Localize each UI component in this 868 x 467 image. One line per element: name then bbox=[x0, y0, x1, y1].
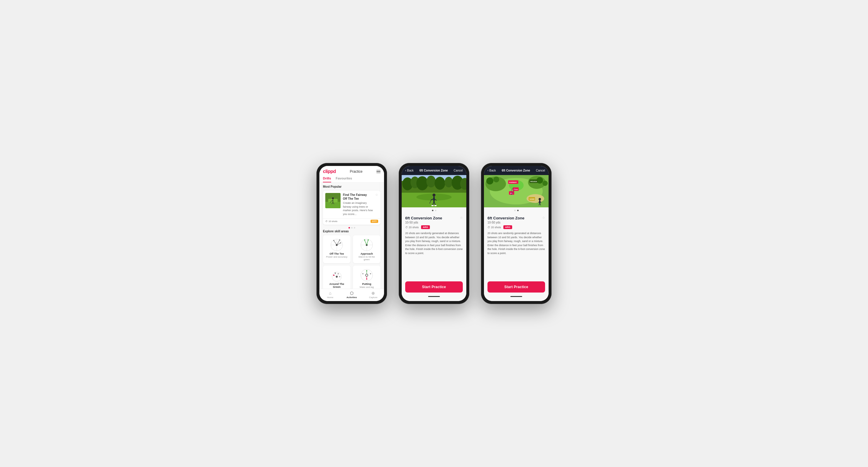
nav-capture[interactable]: ⊕ Capture bbox=[363, 291, 384, 299]
activities-icon: ⬡ bbox=[350, 291, 353, 296]
phone-2-screen: ‹ Back 6ft Conversion Zone Cancel bbox=[402, 166, 466, 301]
most-popular-title: Most Popular bbox=[323, 185, 380, 188]
card-title: Find The Fairway bbox=[343, 193, 373, 197]
nav-activities[interactable]: ⬡ Activities bbox=[341, 291, 362, 299]
svg-point-24 bbox=[368, 239, 369, 240]
svg-text:SAND: SAND bbox=[529, 198, 535, 200]
golf-map-svg: FAIRWAY ROUGH Hit Miss SAND bbox=[484, 175, 549, 207]
home-indicator-3 bbox=[510, 296, 522, 297]
home-icon: ⌂ bbox=[329, 291, 331, 296]
svg-point-23 bbox=[364, 239, 365, 240]
capture-icon: ⊕ bbox=[371, 291, 375, 296]
svg-point-62 bbox=[431, 205, 434, 206]
svg-point-63 bbox=[434, 205, 437, 206]
dot-1 bbox=[348, 227, 350, 229]
image-dot-1-2 bbox=[432, 210, 433, 211]
svg-point-71 bbox=[493, 176, 499, 182]
tabs-row: Drills Favourites bbox=[323, 176, 380, 182]
image-dot-2-2 bbox=[435, 210, 436, 211]
drill-image-map: FAIRWAY ROUGH Hit Miss SAND bbox=[484, 175, 549, 207]
clippd-logo: clippd bbox=[323, 169, 336, 174]
svg-point-30 bbox=[339, 276, 340, 277]
back-button-3[interactable]: ‹ Back bbox=[488, 169, 496, 172]
image-dot-1-3 bbox=[514, 210, 516, 211]
skill-card-approach[interactable]: Approach Dial-in to hit the green bbox=[353, 235, 380, 263]
start-practice-button-3[interactable]: Start Practice bbox=[488, 281, 545, 293]
clock-icon-3: ⏱ bbox=[488, 226, 490, 229]
nav-home[interactable]: ⌂ Home bbox=[319, 291, 341, 299]
clock-icon-2: ⏱ bbox=[405, 226, 408, 229]
around-green-diagram bbox=[330, 268, 344, 282]
card-info: Find The Fairway Off The Tee Create an i… bbox=[343, 193, 373, 216]
shots-label: ⏱ 10 shots bbox=[325, 220, 337, 223]
svg-point-49 bbox=[435, 177, 445, 190]
detail-title-3: 6ft Conversion Zone bbox=[502, 169, 530, 172]
tab-favourites[interactable]: Favourites bbox=[336, 176, 352, 182]
dot-2 bbox=[351, 227, 352, 229]
skill-card-around-green[interactable]: Around The Green Hone your short game bbox=[323, 266, 350, 289]
arg-badge-3: ARG bbox=[503, 225, 512, 229]
svg-point-3 bbox=[332, 197, 334, 199]
bottom-nav: ⌂ Home ⬡ Activities ⊕ Capture bbox=[319, 289, 384, 301]
favourite-star-3[interactable]: ☆ bbox=[542, 216, 545, 220]
ott-badge: OTT bbox=[371, 220, 378, 223]
drill-range-3: 10-50 yds bbox=[488, 221, 525, 224]
skills-grid: Off The Tee Power and accuracy bbox=[323, 235, 380, 289]
skill-card-putting[interactable]: Putting Make and lag practice bbox=[353, 266, 380, 289]
svg-point-84 bbox=[538, 198, 541, 200]
carousel-dots bbox=[323, 227, 380, 229]
phone-2: ‹ Back 6ft Conversion Zone Cancel bbox=[399, 163, 469, 304]
card-description: Create an imaginary fairway using trees … bbox=[343, 201, 373, 216]
drill-image-photo bbox=[402, 175, 466, 207]
image-dots-3 bbox=[484, 210, 549, 211]
phone-1: clippd Practice Drills Favourites bbox=[316, 163, 387, 304]
shots-info-3: ⏱ 20 shots bbox=[488, 226, 501, 229]
svg-point-70 bbox=[486, 177, 493, 185]
card-subtitle: Off The Tee bbox=[343, 197, 373, 201]
putting-diagram bbox=[360, 268, 374, 282]
skill-desc-approach: Dial-in to hit the green bbox=[355, 256, 378, 261]
skill-name-putting: Putting bbox=[362, 282, 371, 286]
cancel-button-2[interactable]: Cancel bbox=[454, 169, 463, 172]
drill-description-2: 20 shots are randomly generated at dista… bbox=[405, 231, 463, 255]
approach-diagram bbox=[360, 238, 374, 252]
skill-card-off-tee[interactable]: Off The Tee Power and accuracy bbox=[323, 235, 350, 263]
drill-name-2: 6ft Conversion Zone bbox=[405, 216, 442, 220]
favourite-star-icon[interactable]: ☆ bbox=[375, 193, 378, 197]
nav-capture-label: Capture bbox=[369, 296, 377, 299]
drill-meta-3: ⏱ 20 shots ARG bbox=[488, 225, 545, 229]
nav-home-label: Home bbox=[327, 296, 333, 299]
card-thumb-image bbox=[325, 193, 341, 208]
shots-info-2: ⏱ 20 shots bbox=[405, 226, 419, 229]
back-button-2[interactable]: ‹ Back bbox=[405, 169, 414, 172]
featured-drill-card[interactable]: Find The Fairway Off The Tee Create an i… bbox=[323, 191, 380, 225]
favourite-star-2[interactable]: ☆ bbox=[460, 216, 463, 220]
back-label-2: Back bbox=[407, 169, 413, 172]
detail-header-2: ‹ Back 6ft Conversion Zone Cancel bbox=[402, 166, 466, 175]
svg-point-50 bbox=[444, 177, 453, 188]
hamburger-menu-icon[interactable] bbox=[376, 170, 380, 173]
skill-name-off-tee: Off The Tee bbox=[330, 252, 344, 255]
start-practice-button-2[interactable]: Start Practice bbox=[405, 281, 463, 293]
image-dots-2 bbox=[402, 210, 466, 211]
phones-container: clippd Practice Drills Favourites bbox=[316, 163, 552, 304]
practice-nav-label: Practice bbox=[350, 169, 362, 174]
drill-range-2: 10-50 yds bbox=[405, 221, 442, 224]
featured-card-inner: Find The Fairway Off The Tee Create an i… bbox=[323, 191, 380, 218]
back-chevron-icon-3: ‹ bbox=[488, 169, 488, 172]
svg-point-48 bbox=[426, 176, 436, 188]
cancel-button-3[interactable]: Cancel bbox=[536, 169, 545, 172]
svg-point-55 bbox=[433, 194, 435, 197]
image-dot-2-3 bbox=[517, 210, 519, 211]
detail-title-2: 6ft Conversion Zone bbox=[419, 169, 448, 172]
nav-activities-label: Activities bbox=[346, 296, 357, 299]
tab-drills[interactable]: Drills bbox=[323, 176, 331, 182]
svg-point-40 bbox=[370, 273, 371, 274]
svg-point-73 bbox=[542, 180, 548, 186]
dot-3 bbox=[354, 227, 355, 229]
svg-point-17 bbox=[339, 239, 340, 240]
card-footer: ⏱ 10 shots OTT bbox=[323, 218, 380, 225]
back-label-3: Back bbox=[489, 169, 496, 172]
skill-desc-off-tee: Power and accuracy bbox=[326, 256, 347, 258]
svg-point-47 bbox=[416, 176, 428, 190]
